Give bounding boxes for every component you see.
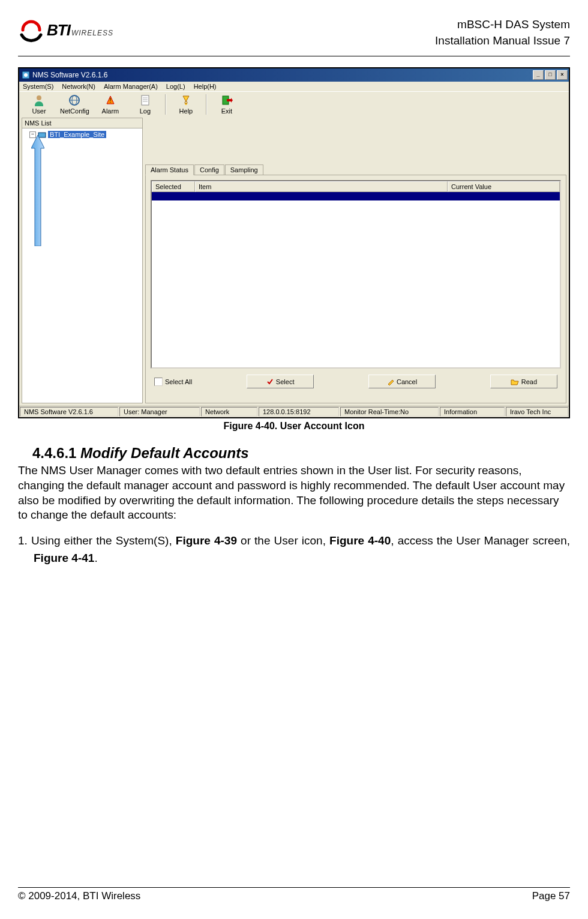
exit-icon (221, 94, 233, 106)
company-logo: BTIWIRELESS (18, 17, 113, 43)
pencil-icon (387, 378, 394, 385)
svg-point-2 (37, 95, 41, 100)
toolbar-exit-label: Exit (221, 107, 232, 115)
toolbar-netconfig[interactable]: NetConfig (56, 93, 93, 116)
toolbar-user[interactable]: User (22, 93, 56, 116)
tab-alarm-status[interactable]: Alarm Status (145, 164, 194, 175)
status-information: Information (440, 407, 505, 417)
menu-network[interactable]: Network(N) (62, 83, 95, 90)
col-item[interactable]: Item (195, 181, 448, 192)
section-heading: 4.4.6.1 Modify Default Accounts (32, 444, 570, 462)
logo-subtext: WIRELESS (71, 29, 113, 37)
app-icon (22, 71, 30, 79)
doc-title-1: mBSC-H DAS System (435, 17, 570, 33)
tab-sampling[interactable]: Sampling (225, 164, 263, 175)
help-icon (180, 94, 192, 106)
toolbar-help[interactable]: Help (169, 93, 203, 116)
tab-config[interactable]: Config (194, 164, 224, 175)
statusbar: NMS Software V2.6.1.6 User: Manager Netw… (19, 406, 569, 417)
cancel-button[interactable]: Cancel (368, 375, 436, 388)
select-button-label: Select (276, 378, 295, 385)
toolbar-log[interactable]: Log (128, 93, 163, 116)
window-titlebar: NMS Software V2.6.1.6 _ □ × (19, 68, 569, 82)
logo-text: BTI (47, 21, 70, 39)
toolbar: User NetConfig ! Alarm Log Help (19, 91, 569, 118)
window-title: NMS Software V2.6.1.6 (32, 71, 107, 79)
footer-rule (18, 887, 570, 888)
status-company: Iravo Tech Inc (506, 407, 568, 417)
folder-open-icon (511, 378, 519, 385)
svg-point-1 (24, 73, 28, 77)
svg-text:!: ! (110, 97, 112, 104)
detail-panel: Alarm Status Config Sampling Selected It… (145, 118, 566, 403)
tree-node-label: BTI_Example_Site (48, 131, 106, 138)
status-monitor: Monitor Real-Time:No (340, 407, 439, 417)
minimize-button[interactable]: _ (533, 70, 544, 80)
menu-help[interactable]: Help(H) (194, 83, 217, 90)
step-1: 1. Using either the System(S), Figure 4-… (18, 532, 570, 567)
select-button[interactable]: Select (247, 375, 314, 388)
section-title: Modify Default Accounts (80, 445, 248, 461)
doc-title-2: Installation Manual Issue 7 (435, 33, 570, 49)
select-all-checkbox[interactable]: Select All (154, 378, 192, 386)
toolbar-help-label: Help (179, 107, 193, 115)
copyright-text: © 2009-2014, BTI Wireless (18, 890, 140, 902)
select-all-label: Select All (165, 378, 192, 385)
document-title-block: mBSC-H DAS System Installation Manual Is… (435, 17, 570, 49)
table-row[interactable] (152, 192, 560, 200)
toolbar-separator (206, 94, 207, 115)
toolbar-separator (165, 94, 166, 115)
toolbar-alarm-label: Alarm (102, 107, 119, 115)
status-user: User: Manager (119, 407, 200, 417)
toolbar-log-label: Log (140, 107, 151, 115)
tree-header: NMS List (22, 118, 142, 128)
app-screenshot: NMS Software V2.6.1.6 _ □ × System(S) Ne… (18, 67, 570, 418)
toolbar-alarm[interactable]: ! Alarm (93, 93, 128, 116)
menu-log[interactable]: Log(L) (166, 83, 185, 90)
svg-rect-7 (142, 95, 149, 105)
paragraph-1: The NMS User Manager comes with two defa… (18, 463, 570, 523)
toolbar-user-label: User (32, 107, 46, 115)
page-footer: © 2009-2014, BTI Wireless Page 57 (18, 882, 570, 902)
data-table: Selected Item Current Value (151, 180, 561, 369)
status-version: NMS Software V2.6.1.6 (20, 407, 118, 417)
status-network: Network (201, 407, 257, 417)
section-number: 4.4.6.1 (32, 445, 76, 461)
cancel-button-label: Cancel (397, 378, 417, 385)
callout-arrow (31, 135, 44, 246)
read-button-label: Read (521, 378, 537, 385)
read-button[interactable]: Read (490, 375, 557, 388)
log-icon (139, 94, 151, 106)
col-selected[interactable]: Selected (152, 181, 195, 192)
toolbar-netconfig-label: NetConfig (60, 107, 89, 115)
maximize-button[interactable]: □ (545, 70, 556, 80)
menubar: System(S) Network(N) Alarm Manager(A) Lo… (19, 82, 569, 91)
alarm-icon: ! (104, 94, 116, 106)
header-rule (18, 56, 570, 56)
col-current-value[interactable]: Current Value (448, 181, 560, 192)
check-icon (266, 378, 274, 385)
figure-caption: Figure 4-40. User Account Icon (18, 421, 570, 432)
netconfig-icon (68, 94, 80, 106)
logo-swoosh-icon (18, 17, 44, 43)
toolbar-exit[interactable]: Exit (209, 93, 244, 116)
menu-system[interactable]: System(S) (23, 83, 53, 90)
close-button[interactable]: × (557, 70, 568, 80)
page-number: Page 57 (532, 890, 570, 902)
checkbox-icon (154, 378, 163, 386)
user-icon (33, 94, 45, 106)
menu-alarm-manager[interactable]: Alarm Manager(A) (104, 83, 158, 90)
tree-panel: NMS List − BTI_Example_Site (22, 118, 143, 403)
status-address: 128.0.0.15:8192 (259, 407, 339, 417)
